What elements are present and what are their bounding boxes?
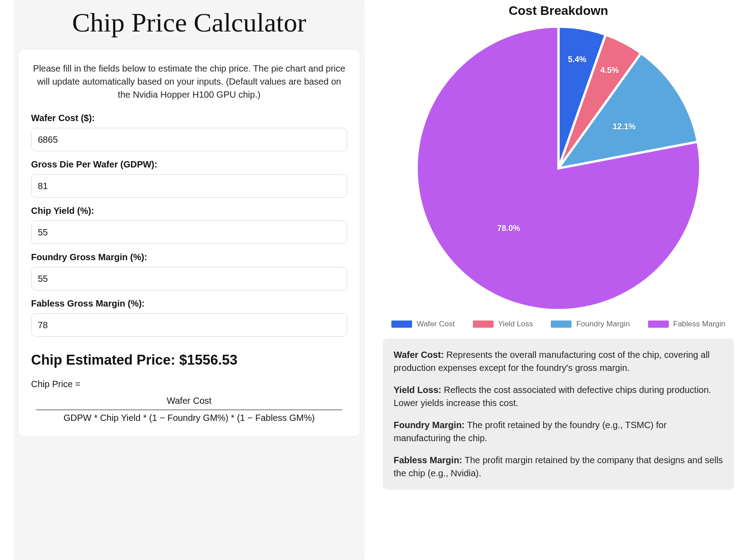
legend-item[interactable]: Yield Loss (473, 320, 533, 329)
chart-title: Cost Breakdown (383, 4, 734, 18)
formula-numerator: Wafer Cost (160, 396, 218, 409)
page-title: Chip Price Calculator (18, 0, 360, 49)
gdpw-label: Gross Die Per Wafer (GDPW): (31, 159, 347, 170)
foundry-margin-label: Foundry Gross Margin (%): (31, 252, 347, 262)
estimated-price-value: $1556.53 (179, 352, 237, 368)
glossary-term: Wafer Cost: (394, 350, 444, 360)
legend-label: Yield Loss (498, 320, 533, 329)
intro-text: Please fill in the fields below to estim… (31, 62, 347, 101)
breakdown-panel: Cost Breakdown 5.4%4.5%12.1%78.0% Wafer … (383, 0, 734, 560)
glossary-entry: Yield Loss: Reflects the cost associated… (394, 384, 723, 410)
glossary-desc: Reflects the cost associated with defect… (394, 385, 711, 408)
legend-swatch (391, 321, 412, 328)
fabless-margin-input[interactable] (31, 313, 347, 337)
legend-item[interactable]: Fabless Margin (648, 320, 726, 329)
legend-label: Wafer Cost (417, 320, 454, 329)
legend-label: Foundry Margin (576, 320, 630, 329)
legend-swatch (648, 321, 669, 328)
legend-item[interactable]: Wafer Cost (391, 320, 454, 329)
legend-item[interactable]: Foundry Margin (551, 320, 630, 329)
glossary-entry: Fabless Margin: The profit margin retain… (394, 454, 723, 480)
calculator-panel: Chip Price Calculator Please fill in the… (14, 0, 365, 560)
gdpw-input[interactable] (31, 174, 347, 198)
glossary-term: Yield Loss: (394, 385, 441, 395)
glossary-term: Foundry Margin: (394, 420, 465, 430)
pie-chart: 5.4%4.5%12.1%78.0% (414, 24, 703, 312)
chart-legend: Wafer CostYield LossFoundry MarginFables… (383, 320, 734, 329)
yield-input[interactable] (31, 221, 347, 244)
wafer-cost-label: Wafer Cost ($): (31, 113, 347, 123)
glossary-box: Wafer Cost: Represents the overall manuf… (383, 339, 734, 490)
legend-swatch (473, 321, 494, 328)
glossary-entry: Wafer Cost: Represents the overall manuf… (394, 348, 723, 375)
glossary-entry: Foundry Margin: The profit retained by t… (394, 419, 723, 445)
wafer-cost-input[interactable] (31, 128, 347, 151)
fabless-margin-label: Fabless Gross Margin (%): (31, 298, 347, 309)
foundry-margin-input[interactable] (31, 267, 347, 290)
yield-label: Chip Yield (%): (31, 206, 347, 216)
formula-fraction: Wafer Cost GDPW * Chip Yield * (1 − Foun… (31, 396, 347, 423)
estimated-price-label: Chip Estimated Price: (31, 352, 179, 368)
estimated-price: Chip Estimated Price: $1556.53 (31, 352, 347, 368)
calculator-card: Please fill in the fields below to estim… (18, 49, 360, 437)
formula-denominator: GDPW * Chip Yield * (1 − Foundry GM%) * … (36, 410, 342, 423)
formula-lead: Chip Price = (31, 379, 347, 389)
glossary-term: Fabless Margin: (394, 455, 462, 465)
legend-label: Fabless Margin (673, 320, 726, 329)
legend-swatch (551, 321, 572, 328)
